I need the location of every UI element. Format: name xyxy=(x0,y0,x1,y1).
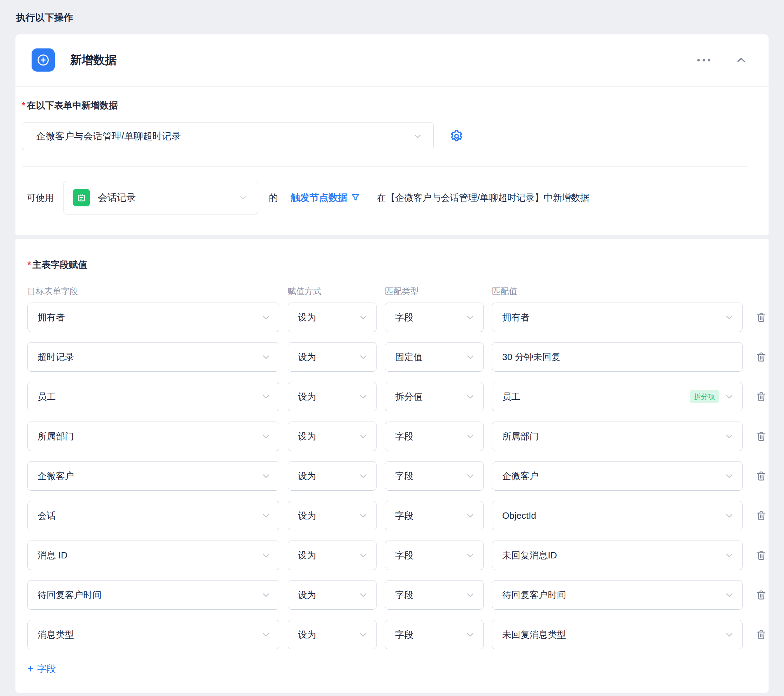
chevron-down-icon xyxy=(261,590,271,600)
delete-row-trash-icon[interactable] xyxy=(755,628,767,640)
plus-icon: + xyxy=(27,663,34,675)
match-value-select[interactable]: ObjectId xyxy=(492,501,743,530)
chevron-down-icon xyxy=(261,510,271,521)
match-value-select[interactable]: 待回复客户时间 xyxy=(492,580,743,610)
match-value-select[interactable]: 未回复消息类型 xyxy=(492,620,743,649)
assign-row: 企微客户设为字段企微客户 xyxy=(27,461,758,491)
target-field-select[interactable]: 企微客户 xyxy=(27,461,279,491)
target-field-select[interactable]: 超时记录 xyxy=(27,342,279,372)
target-field-select[interactable]: 消息 ID xyxy=(27,541,279,570)
match-type-select[interactable]: 字段 xyxy=(385,620,484,649)
match-type-select-value: 字段 xyxy=(395,589,413,601)
match-type-select[interactable]: 字段 xyxy=(385,422,484,451)
match-value-input[interactable]: 30 分钟未回复 xyxy=(492,342,743,372)
match-value-select-value: 待回复客户时间 xyxy=(502,589,566,601)
target-field-select[interactable]: 员工 xyxy=(27,382,279,411)
required-asterisk: * xyxy=(22,100,25,111)
target-form-section: *在以下表单中新增数据 企微客户与会话管理/单聊超时记录 xyxy=(15,87,769,167)
assign-method-select[interactable]: 设为 xyxy=(288,342,377,372)
chevron-down-icon xyxy=(465,629,476,640)
collapse-chevron-up-icon[interactable] xyxy=(735,54,748,66)
trigger-node-select[interactable]: 会话记录 xyxy=(63,181,258,214)
chevron-down-icon xyxy=(724,391,735,402)
match-type-select[interactable]: 字段 xyxy=(385,303,484,332)
target-form-select-value: 企微客户与会话管理/单聊超时记录 xyxy=(36,130,181,142)
delete-row-trash-icon[interactable] xyxy=(755,470,767,482)
match-value-select[interactable]: 所属部门 xyxy=(492,422,743,451)
chevron-down-icon xyxy=(358,312,369,323)
chevron-down-icon xyxy=(724,431,735,442)
column-header: 匹配值 xyxy=(492,286,743,297)
delete-row-trash-icon[interactable] xyxy=(755,311,767,323)
delete-row-trash-icon[interactable] xyxy=(755,430,767,442)
target-form-select[interactable]: 企微客户与会话管理/单聊超时记录 xyxy=(22,122,434,150)
assign-method-select-value: 设为 xyxy=(298,510,316,522)
chevron-down-icon xyxy=(261,352,271,362)
delete-row-trash-icon[interactable] xyxy=(755,391,767,402)
delete-row-trash-icon[interactable] xyxy=(755,510,767,521)
target-field-select-value: 拥有者 xyxy=(38,311,65,323)
target-field-select[interactable]: 消息类型 xyxy=(27,620,279,649)
chevron-down-icon xyxy=(358,391,369,402)
chevron-down-icon xyxy=(465,510,476,521)
match-type-select[interactable]: 字段 xyxy=(385,541,484,570)
match-value-select[interactable]: 员工拆分项 xyxy=(492,382,743,411)
action-card-assign: *主表字段赋值 目标表单字段赋值方式匹配类型匹配值 拥有者设为字段拥有者超时记录… xyxy=(15,239,769,693)
assign-method-select[interactable]: 设为 xyxy=(288,620,377,649)
match-value-select-value: 未回复消息ID xyxy=(502,549,557,562)
target-field-select-value: 员工 xyxy=(38,391,56,403)
delete-row-trash-icon[interactable] xyxy=(755,351,767,363)
assign-row: 会话设为字段ObjectId xyxy=(27,501,758,530)
match-value-select[interactable]: 未回复消息ID xyxy=(492,541,743,570)
card-header: 新增数据 xyxy=(15,35,769,87)
chevron-down-icon xyxy=(261,629,271,640)
match-value-select[interactable]: 拥有者 xyxy=(492,303,743,332)
assign-method-select-value: 设为 xyxy=(298,470,316,482)
match-value-select[interactable]: 企微客户 xyxy=(492,461,743,491)
assign-method-select[interactable]: 设为 xyxy=(288,580,377,610)
required-asterisk: * xyxy=(27,259,31,270)
match-value-select-value: 企微客户 xyxy=(502,470,539,482)
chevron-down-icon xyxy=(724,312,735,323)
match-type-select[interactable]: 拆分值 xyxy=(385,382,484,411)
match-type-select-value: 字段 xyxy=(395,549,413,562)
particle-text: 的 xyxy=(269,191,278,204)
form-settings-gear-icon[interactable] xyxy=(448,128,464,144)
chevron-down-icon xyxy=(724,471,735,481)
target-field-select-value: 消息 ID xyxy=(38,549,68,562)
trigger-suffix-text: 在【企微客户与会话管理/单聊超时记录】中新增数据 xyxy=(377,191,589,204)
action-config-panel: 执行以下操作 新增数据 xyxy=(0,0,784,693)
chevron-down-icon xyxy=(261,312,271,323)
target-field-select[interactable]: 会话 xyxy=(27,501,279,530)
add-field-link[interactable]: + 字段 xyxy=(27,662,56,675)
chevron-down-icon xyxy=(724,550,735,561)
assign-method-select[interactable]: 设为 xyxy=(288,541,377,570)
assign-column-headers: 目标表单字段赋值方式匹配类型匹配值 xyxy=(27,286,758,297)
assign-method-select[interactable]: 设为 xyxy=(288,303,377,332)
chevron-down-icon xyxy=(238,193,248,203)
assign-row: 拥有者设为字段拥有者 xyxy=(27,303,758,332)
assign-method-select[interactable]: 设为 xyxy=(288,461,377,491)
assign-method-select[interactable]: 设为 xyxy=(288,501,377,530)
chevron-down-icon xyxy=(358,550,369,561)
more-actions-button[interactable] xyxy=(696,59,712,61)
trigger-node-data-link[interactable]: 触发节点数据 xyxy=(291,191,361,204)
target-field-select[interactable]: 所属部门 xyxy=(27,422,279,451)
assign-method-select[interactable]: 设为 xyxy=(288,422,377,451)
delete-row-trash-icon[interactable] xyxy=(755,549,767,561)
target-field-select[interactable]: 待回复客户时间 xyxy=(27,580,279,610)
match-type-select[interactable]: 字段 xyxy=(385,501,484,530)
trigger-data-row: 可使用 会话记录 的 触发节点数据 xyxy=(15,167,769,235)
delete-row-trash-icon[interactable] xyxy=(755,589,767,601)
assign-method-select[interactable]: 设为 xyxy=(288,382,377,411)
target-field-select[interactable]: 拥有者 xyxy=(27,303,279,332)
assign-method-select-value: 设为 xyxy=(298,430,316,443)
match-type-select[interactable]: 固定值 xyxy=(385,342,484,372)
chevron-down-icon xyxy=(465,550,476,561)
match-type-select[interactable]: 字段 xyxy=(385,461,484,491)
chevron-down-icon xyxy=(261,471,271,481)
match-type-select[interactable]: 字段 xyxy=(385,580,484,610)
chevron-down-icon xyxy=(465,471,476,481)
match-type-select-value: 拆分值 xyxy=(395,391,423,403)
chevron-down-icon xyxy=(724,590,735,600)
